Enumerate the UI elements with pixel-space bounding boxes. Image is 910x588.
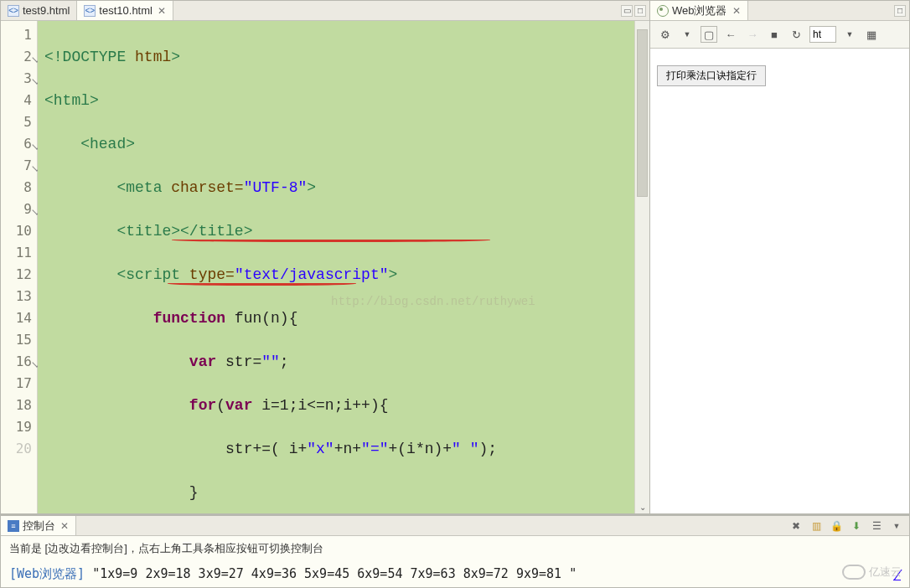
console-message: "1x9=9 2x9=18 3x9=27 4x9=36 5x9=45 6x9=5… [92, 566, 577, 581]
gear-icon[interactable]: ⚙ [657, 26, 674, 43]
url-input[interactable] [809, 26, 836, 43]
red-underline-2 [168, 281, 356, 286]
editor-tabbar: <> test9.html <> test10.html ✕ ▭ □ [1, 1, 649, 21]
browser-toolbar: ⚙ ▼ ▢ ← → ■ ↻ ▼ ▦ [650, 21, 909, 49]
dropdown-icon[interactable]: ▼ [679, 26, 695, 43]
code-area[interactable]: <!DOCTYPE html> <html> <head> <meta char… [38, 21, 649, 513]
dropdown-icon[interactable]: ▼ [841, 26, 858, 43]
tab-test10[interactable]: <> test10.html ✕ [77, 1, 173, 20]
back-icon[interactable]: ← [722, 26, 739, 43]
html-file-icon: <> [84, 5, 96, 17]
console-tabbar: ≡ 控制台 ✕ ✖ ▥ 🔒 ⬇ ☰ ▼ [1, 516, 909, 536]
browser-tab[interactable]: Web浏览器 ✕ [650, 1, 748, 20]
console-tab-label: 控制台 [23, 518, 55, 534]
qr-icon[interactable]: ▦ [863, 26, 880, 43]
console-pane: ≡ 控制台 ✕ ✖ ▥ 🔒 ⬇ ☰ ▼ 当前是 [边改边看控制台]，点右上角工具… [0, 514, 910, 588]
console-toolbar: ✖ ▥ 🔒 ⬇ ☰ ▼ [788, 518, 909, 534]
pin-icon[interactable]: ⬇ [849, 518, 864, 534]
close-icon[interactable]: ✕ [732, 5, 741, 17]
tabbar-controls: ▭ □ [621, 5, 649, 17]
menu-icon[interactable]: ▼ [889, 518, 904, 534]
browser-content: 打印乘法口诀指定行 [650, 49, 909, 513]
browser-pane: Web浏览器 ✕ □ ⚙ ▼ ▢ ← → ■ ↻ ▼ ▦ 打印乘法口诀指定行 [650, 0, 910, 514]
logo-text: 亿速云 [869, 565, 902, 580]
globe-icon [657, 5, 669, 17]
console-icon: ≡ [8, 520, 19, 532]
browser-tabbar: Web浏览器 ✕ □ [650, 1, 909, 21]
vertical-scrollbar[interactable]: ⌄ [634, 21, 649, 513]
print-multiplication-button[interactable]: 打印乘法口诀指定行 [657, 65, 766, 86]
console-source: [Web浏览器] [9, 566, 85, 581]
maximize-icon[interactable]: □ [894, 5, 906, 17]
site-watermark: 亿速云 [842, 565, 902, 580]
maximize-icon[interactable]: □ [634, 5, 646, 17]
console-output-row: [Web浏览器] "1x9=9 2x9=18 3x9=27 4x9=36 5x9… [1, 561, 909, 587]
tab-test9[interactable]: <> test9.html [1, 1, 77, 20]
cloud-icon [842, 565, 866, 580]
stop-icon[interactable]: ■ [766, 26, 783, 43]
close-icon[interactable]: ✕ [60, 520, 69, 532]
console-tab[interactable]: ≡ 控制台 ✕ [1, 516, 76, 535]
tab-label: test10.html [99, 4, 153, 17]
forward-icon[interactable]: → [744, 26, 761, 43]
minimize-icon[interactable]: ▭ [621, 5, 633, 17]
tab-label: test9.html [23, 4, 70, 17]
watermark-text: http://blog.csdn.net/ruthywei [331, 291, 535, 312]
browser-tab-label: Web浏览器 [672, 3, 727, 18]
html-file-icon: <> [8, 5, 19, 17]
settings-icon[interactable]: ☰ [869, 518, 884, 534]
editor-body[interactable]: 1234567891011121314151617181920 <!DOCTYP… [1, 21, 649, 513]
console-hint: 当前是 [边改边看控制台]，点右上角工具条相应按钮可切换控制台 [1, 536, 909, 561]
scrollbar-thumb[interactable] [637, 29, 648, 197]
red-underline-1 [172, 237, 490, 242]
editor-pane: <> test9.html <> test10.html ✕ ▭ □ 12345… [0, 0, 650, 514]
reload-icon[interactable]: ↻ [788, 26, 804, 43]
close-icon[interactable]: ✕ [158, 5, 166, 17]
lock-icon[interactable]: 🔒 [829, 518, 844, 534]
clear-icon[interactable]: ✖ [788, 518, 804, 534]
console-toggle-icon[interactable]: ▢ [701, 26, 717, 43]
scroll-down-icon[interactable]: ⌄ [635, 500, 649, 513]
line-gutter: 1234567891011121314151617181920 [1, 21, 38, 513]
filter-icon[interactable]: ▥ [809, 518, 824, 534]
